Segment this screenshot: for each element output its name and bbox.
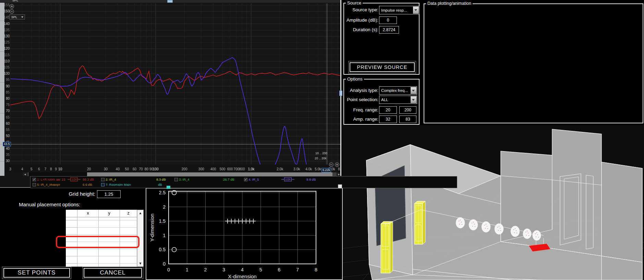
splitter-handle-right-icon[interactable] — [339, 90, 342, 96]
svg-text:140: 140 — [4, 22, 10, 26]
measurement-sphere — [523, 229, 532, 239]
analysis-type-dropdown[interactable]: Complex freq... — [379, 86, 417, 95]
trace-checkbox[interactable] — [174, 178, 178, 181]
measurement-sphere — [511, 226, 520, 237]
svg-text:80: 80 — [145, 167, 149, 171]
scrollbar-track[interactable] — [29, 172, 87, 176]
chevron-down-icon[interactable] — [411, 87, 416, 94]
cancel-button[interactable]: CANCEL — [82, 267, 143, 279]
range-preset-20-20k[interactable]: 20 .. 20k — [315, 157, 327, 160]
scroll-down-icon[interactable]: ▼ — [137, 261, 143, 265]
svg-text:500: 500 — [220, 167, 226, 171]
analysis-type-value: Complex freq... — [381, 88, 408, 93]
table-row[interactable]: 23.40001.50001 — [66, 220, 137, 228]
room-3d-panel — [342, 125, 644, 280]
svg-text:7: 7 — [296, 267, 299, 272]
trace-label: 2: IR_4 — [106, 178, 116, 181]
svg-text:1: 1 — [163, 233, 166, 238]
left-edge-strip — [0, 3, 4, 176]
svg-text:40: 40 — [6, 147, 10, 150]
svg-text:0: 0 — [167, 267, 170, 272]
splitter-handle-top-icon[interactable] — [167, 0, 173, 3]
table-row[interactable]: 84.60001.50001 — [66, 264, 137, 267]
smoothing-icon[interactable]: 1/24 — [68, 178, 81, 181]
set-points-button[interactable]: SET POINTS — [2, 267, 71, 279]
measurement-sphere — [482, 221, 490, 232]
trace-label: 7: Roomsim Main — [106, 183, 131, 186]
svg-text:70: 70 — [139, 167, 143, 171]
spl-graph[interactable]: 1551501451401351301251201151101051009590… — [0, 0, 341, 176]
svg-text:90: 90 — [6, 84, 10, 88]
options-panel-title: Options — [346, 76, 364, 82]
svg-text:50: 50 — [6, 134, 10, 138]
splitter-handle-teal-icon[interactable] — [167, 186, 170, 189]
trace-checkbox[interactable]: ✓ — [244, 178, 247, 181]
table-row[interactable]: 33.60001.50001 — [66, 228, 137, 235]
svg-text:85: 85 — [6, 90, 10, 94]
svg-text:65: 65 — [6, 115, 10, 119]
svg-text:80: 80 — [6, 97, 10, 100]
svg-text:8: 8 — [50, 167, 52, 171]
source-type-dropdown[interactable]: Impulse resp... — [379, 6, 420, 14]
table-row[interactable]: 64.20001.50001 — [66, 249, 137, 256]
freq-scrollbar[interactable]: ◀ ▶ — [23, 172, 341, 176]
duration-label: Duration (s): — [345, 27, 378, 32]
range-zoom-out-icon[interactable]: − — [329, 162, 333, 167]
svg-text:1.5: 1.5 — [159, 218, 166, 224]
trace-level: dB — [158, 183, 162, 186]
scroll-left-icon[interactable]: ◀ — [23, 172, 27, 176]
svg-text:800: 800 — [239, 167, 245, 171]
graph-type-dropdown[interactable]: SPL — [9, 14, 25, 20]
svg-text:200: 200 — [182, 167, 187, 171]
svg-text:100: 100 — [4, 72, 10, 75]
trace-level: 9.8 dB — [306, 178, 316, 181]
range-preset-10-200[interactable]: 10 .. 200 — [315, 151, 327, 155]
resize-handle-icon[interactable] — [338, 184, 342, 188]
freq-min-field[interactable]: 20 — [379, 106, 397, 114]
scroll-up-icon[interactable]: ▲ — [137, 211, 143, 215]
spl-window-titlebar: SPL — [0, 0, 341, 3]
zoom-in-button[interactable]: + — [10, 4, 14, 9]
table-row[interactable]: 74.40001.50001 — [66, 256, 137, 264]
trace-checkbox[interactable] — [101, 183, 105, 186]
point-selection-dropdown[interactable]: ALL — [379, 96, 417, 104]
svg-text:5: 5 — [259, 267, 262, 272]
svg-text:3: 3 — [222, 267, 225, 272]
range-zoom-in-icon[interactable]: + — [335, 162, 339, 167]
trace-level: 6.6 dB — [83, 183, 92, 186]
svg-text:2.0k: 2.0k — [277, 167, 283, 171]
preview-source-button[interactable]: PREVIEW SOURCE — [348, 61, 416, 73]
trace-checkbox[interactable] — [33, 183, 36, 186]
app-root: 1551501451401351301251201151101051009590… — [0, 0, 644, 280]
chevron-down-icon[interactable] — [413, 7, 419, 14]
svg-text:115: 115 — [4, 53, 10, 57]
trace-checkbox[interactable]: ✓ — [33, 178, 36, 181]
placement-table-header: xyz — [66, 210, 137, 217]
svg-text:4.0k: 4.0k — [305, 167, 312, 171]
amp-max-field[interactable]: 83 — [399, 115, 416, 123]
room-3d-view[interactable] — [342, 125, 644, 280]
duration-field[interactable]: 2.8724 — [379, 26, 399, 34]
svg-text:1.0k: 1.0k — [248, 167, 255, 171]
vertical-splitter[interactable] — [340, 0, 341, 176]
amplitude-label: Amplitude (dB): — [345, 17, 378, 23]
cursor-level-readout: 43.5 — [3, 142, 11, 146]
svg-text:125: 125 — [4, 40, 10, 44]
plot-gridlines — [169, 191, 316, 264]
scrollbar-thumb[interactable] — [87, 172, 332, 176]
spl-graph-window: 1551501451401351301251201151101051009590… — [0, 0, 341, 188]
trace-checkbox[interactable] — [101, 178, 105, 181]
chevron-down-icon[interactable] — [411, 96, 416, 103]
svg-text:2: 2 — [204, 267, 207, 272]
svg-text:20: 20 — [87, 167, 91, 171]
amp-min-field[interactable]: 32 — [379, 115, 397, 123]
grid-height-field[interactable]: 1.25 — [97, 190, 121, 198]
freq-max-field[interactable]: 200 — [399, 106, 416, 114]
svg-text:150: 150 — [4, 9, 10, 13]
smoothing-icon[interactable]: 1/24 — [281, 178, 294, 181]
amplitude-field[interactable]: 0 — [379, 16, 397, 24]
svg-text:7: 7 — [45, 167, 47, 171]
zoom-out-button[interactable]: − — [10, 9, 14, 14]
y-axis-title: Y-dimension — [149, 214, 155, 242]
table-row[interactable]: 13.20001.50001 — [66, 217, 137, 220]
